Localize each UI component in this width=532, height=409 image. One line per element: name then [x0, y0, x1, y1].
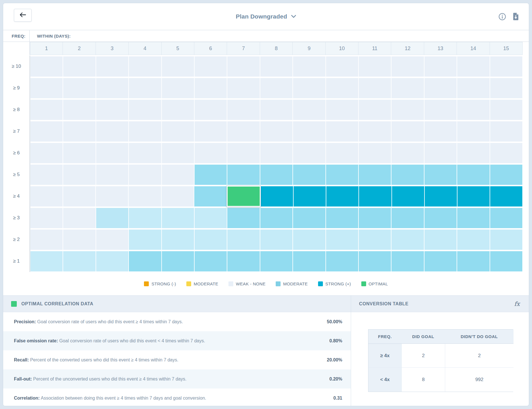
heatmap-cell[interactable] — [129, 186, 161, 206]
heatmap-cell[interactable] — [490, 230, 522, 250]
heatmap-cell[interactable] — [359, 56, 391, 77]
heatmap-cell[interactable] — [359, 230, 391, 250]
heatmap-cell[interactable] — [326, 230, 358, 250]
heatmap-cell[interactable] — [162, 143, 194, 163]
heatmap-cell[interactable] — [391, 56, 424, 77]
heatmap-cell[interactable] — [391, 100, 424, 120]
heatmap-cell[interactable] — [30, 143, 63, 163]
heatmap-cell[interactable] — [30, 165, 63, 185]
heatmap-cell[interactable] — [129, 56, 161, 77]
heatmap-cell[interactable] — [63, 208, 95, 228]
heatmap-cell[interactable] — [293, 56, 325, 77]
heatmap-cell[interactable] — [326, 186, 358, 206]
heatmap-cell[interactable] — [261, 186, 293, 206]
heatmap-cell[interactable] — [63, 143, 95, 163]
heatmap-cell[interactable] — [359, 100, 391, 120]
heatmap-cell[interactable] — [359, 121, 391, 142]
heatmap-cell[interactable] — [129, 165, 161, 185]
heatmap-cell[interactable] — [162, 100, 194, 120]
heatmap-cell[interactable] — [96, 230, 128, 250]
heatmap-cell[interactable] — [195, 208, 227, 228]
info-icon[interactable] — [498, 13, 506, 21]
heatmap-cell[interactable] — [293, 121, 325, 142]
heatmap-cell[interactable] — [293, 165, 325, 185]
heatmap-cell[interactable] — [391, 78, 424, 98]
heatmap-cell[interactable] — [457, 143, 489, 163]
heatmap-cell[interactable] — [260, 251, 292, 271]
heatmap-cell[interactable] — [227, 230, 259, 250]
heatmap-cell[interactable] — [425, 186, 457, 206]
heatmap-cell[interactable] — [129, 208, 161, 228]
heatmap-cell[interactable] — [391, 208, 424, 228]
heatmap-cell[interactable] — [227, 100, 259, 120]
heatmap-cell[interactable] — [129, 230, 161, 250]
heatmap-cell[interactable] — [96, 121, 128, 142]
heatmap-cell[interactable] — [96, 78, 128, 98]
heatmap-cell[interactable] — [227, 121, 259, 142]
heatmap-cell[interactable] — [359, 208, 391, 228]
heatmap-cell[interactable] — [129, 78, 161, 98]
heatmap-cell[interactable] — [195, 230, 227, 250]
heatmap-cell[interactable] — [63, 56, 95, 77]
heatmap-cell[interactable] — [391, 165, 424, 185]
heatmap-cell[interactable] — [359, 186, 391, 206]
heatmap-cell[interactable] — [129, 121, 161, 142]
heatmap-cell[interactable] — [227, 78, 259, 98]
heatmap-cell[interactable] — [260, 165, 292, 185]
heatmap-cell[interactable] — [490, 100, 522, 120]
heatmap-cell[interactable] — [490, 186, 522, 206]
heatmap-cell[interactable] — [326, 100, 358, 120]
heatmap-cell[interactable] — [30, 230, 63, 250]
heatmap-cell[interactable] — [162, 121, 194, 142]
heatmap-cell[interactable] — [96, 56, 128, 77]
heatmap-cell[interactable] — [260, 56, 292, 77]
heatmap-cell[interactable] — [195, 165, 227, 185]
heatmap-cell[interactable] — [162, 56, 194, 77]
heatmap-cell[interactable] — [195, 251, 227, 271]
heatmap-cell[interactable] — [195, 121, 227, 142]
heatmap-cell[interactable] — [391, 143, 424, 163]
heatmap-cell[interactable] — [30, 56, 63, 77]
event-selector-dropdown[interactable]: Plan Downgraded — [236, 13, 296, 20]
heatmap-cell[interactable] — [457, 78, 489, 98]
heatmap-cell[interactable] — [260, 230, 292, 250]
heatmap-cell[interactable] — [490, 208, 522, 228]
heatmap-cell[interactable] — [227, 208, 259, 228]
heatmap-cell[interactable] — [194, 186, 226, 206]
heatmap-cell[interactable] — [63, 78, 95, 98]
heatmap-cell[interactable] — [424, 208, 457, 228]
heatmap-cell[interactable] — [326, 251, 358, 271]
heatmap-cell[interactable] — [30, 100, 63, 120]
heatmap-cell[interactable] — [195, 78, 227, 98]
heatmap-cell[interactable] — [391, 251, 424, 271]
heatmap-cell[interactable] — [293, 208, 325, 228]
heatmap-cell[interactable] — [457, 186, 490, 206]
heatmap-cell[interactable] — [391, 230, 424, 250]
heatmap-cell[interactable] — [227, 251, 259, 271]
download-report-icon[interactable] — [512, 13, 519, 21]
heatmap-cell[interactable] — [195, 143, 227, 163]
back-button[interactable] — [14, 9, 32, 22]
heatmap-cell[interactable] — [63, 165, 95, 185]
heatmap-cell[interactable] — [359, 143, 391, 163]
heatmap-cell[interactable] — [30, 186, 63, 206]
heatmap-cell[interactable] — [227, 143, 259, 163]
heatmap-cell[interactable] — [293, 143, 325, 163]
heatmap-cell[interactable] — [30, 78, 63, 98]
heatmap-cell[interactable] — [129, 100, 161, 120]
heatmap-cell[interactable] — [260, 121, 292, 142]
heatmap-cell[interactable] — [96, 251, 128, 271]
heatmap-cell[interactable] — [227, 56, 259, 77]
heatmap-cell[interactable] — [63, 230, 95, 250]
heatmap-cell[interactable] — [424, 121, 457, 142]
heatmap-cell[interactable] — [129, 251, 161, 271]
heatmap-cell[interactable] — [457, 56, 489, 77]
heatmap-cell[interactable] — [424, 100, 457, 120]
heatmap-cell[interactable] — [30, 208, 63, 228]
heatmap-cell[interactable] — [490, 121, 522, 142]
heatmap-cell[interactable] — [162, 208, 194, 228]
heatmap-cell[interactable] — [326, 121, 358, 142]
heatmap-cell[interactable] — [162, 230, 194, 250]
heatmap-cell[interactable] — [424, 78, 457, 98]
heatmap-cell[interactable] — [293, 100, 325, 120]
